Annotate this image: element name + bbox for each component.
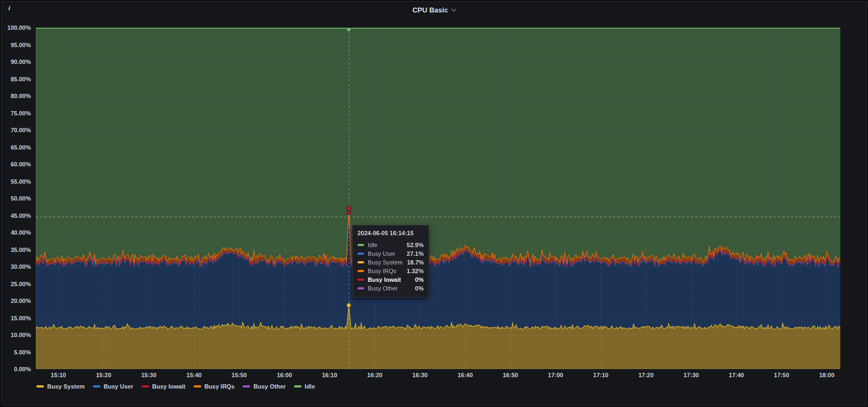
tooltip-series-value: 18.7% [407,259,424,266]
y-axis-label: 95.00% [11,42,31,48]
tooltip-series-label: Idle [368,242,403,248]
tooltip-series-value: 0% [415,285,424,292]
series-marker-busy-irqs [358,270,364,272]
tooltip-series-value: 27.1% [407,250,424,257]
tooltip-series-label: Busy Other [368,285,411,292]
legend-item-busy-user[interactable]: Busy User [93,383,133,390]
legend-marker-busy-iowait [142,385,149,387]
y-axis-label: 15.00% [11,315,31,321]
x-axis-label: 17:30 [684,372,699,378]
plot-area [36,28,840,369]
tooltip-timestamp: 2024-06-05 16:14:15 [358,230,424,236]
y-axis-label: 90.00% [11,59,31,65]
y-axis-label: 45.00% [11,212,31,219]
tooltip-series-label: Busy User [368,250,403,257]
legend-label: Busy System [47,383,85,390]
tooltip-row-busy-user: Busy User27.1% [358,249,424,258]
panel-title: CPU Basic [412,6,448,14]
x-axis-label: 17:20 [639,372,654,378]
tooltip-series-label: Busy Iowait [368,276,411,283]
y-axis-label: 100.00% [8,24,31,31]
x-axis-label: 18:00 [819,372,834,378]
x-axis-label: 16:20 [367,372,382,378]
tooltip-row-busy-irqs: Busy IRQs1.32% [358,267,424,275]
legend-item-busy-iowait[interactable]: Busy Iowait [142,383,186,390]
x-axis-label: 17:50 [774,372,789,378]
page: { "panel": { "title": "CPU Basic", "info… [0,0,868,407]
y-axis: 0.00%5.00%10.00%15.00%20.00%25.00%30.00%… [2,28,33,369]
legend: Busy SystemBusy UserBusy IowaitBusy IRQs… [36,382,315,391]
x-axis-label: 17:40 [729,372,744,378]
y-axis-label: 10.00% [11,332,31,338]
y-axis-label: 50.00% [11,195,31,202]
y-axis-label: 0.00% [14,366,31,372]
tooltip-row-idle: Idle52.9% [358,241,424,249]
x-axis-label: 15:50 [232,372,247,378]
x-axis-label: 17:00 [548,372,563,378]
x-axis-label: 15:10 [51,372,66,378]
legend-label: Busy User [104,383,133,390]
x-axis-label: 16:00 [277,372,292,378]
cpu-basic-panel: i CPU Basic 0.00%5.00%10.00%15.00%20.00%… [1,1,867,406]
series-marker-busy-system [358,261,364,263]
y-axis-label: 80.00% [11,93,31,99]
y-axis-label: 65.00% [11,144,31,151]
legend-marker-busy-irqs [194,385,201,387]
series-marker-busy-other [358,287,364,289]
y-axis-label: 85.00% [11,76,31,82]
x-axis: 15:1015:2015:3015:4015:5016:0016:1016:20… [36,372,840,380]
x-axis-label: 16:50 [503,372,518,378]
y-axis-label: 35.00% [11,247,31,253]
series-marker-busy-iowait [358,279,364,281]
info-icon: i [8,5,10,11]
y-axis-label: 30.00% [11,263,31,270]
x-axis-label: 16:10 [322,372,337,378]
legend-item-busy-system[interactable]: Busy System [36,383,85,390]
y-axis-label: 20.00% [11,298,31,304]
y-axis-label: 70.00% [11,127,31,133]
x-axis-label: 16:40 [457,372,473,378]
tooltip-row-busy-system: Busy System18.7% [358,258,424,267]
legend-marker-idle [294,385,302,387]
chart-tooltip: 2024-06-05 16:14:15 Idle52.9%Busy User27… [352,225,429,298]
chevron-down-icon [451,6,456,11]
y-axis-label: 25.00% [11,281,31,287]
tooltip-row-busy-iowait: Busy Iowait0% [358,275,424,284]
legend-marker-busy-system [36,385,44,387]
legend-item-busy-other[interactable]: Busy Other [242,383,285,390]
tooltip-series-label: Busy IRQs [368,268,403,274]
legend-label: Busy Other [253,383,285,390]
legend-label: Busy Iowait [152,383,186,390]
y-axis-label: 5.00% [14,349,31,356]
legend-label: Idle [305,383,315,390]
tooltip-rows: Idle52.9%Busy User27.1%Busy System18.7%B… [358,241,424,293]
panel-header[interactable]: CPU Basic [2,2,866,18]
legend-item-idle[interactable]: Idle [294,383,315,390]
y-axis-label: 55.00% [11,178,31,185]
y-axis-label: 40.00% [11,229,31,236]
tooltip-series-label: Busy System [368,259,403,266]
tooltip-series-value: 0% [415,276,424,283]
chart-canvas[interactable] [36,28,840,369]
x-axis-label: 15:40 [187,372,202,378]
series-marker-busy-user [358,253,364,255]
x-axis-label: 15:20 [96,372,111,378]
panel-info-icon[interactable]: i [5,4,13,12]
legend-item-busy-irqs[interactable]: Busy IRQs [194,383,235,390]
x-axis-label: 15:30 [141,372,156,378]
legend-label: Busy IRQs [205,383,235,390]
x-axis-label: 16:30 [412,372,427,378]
y-axis-label: 75.00% [11,110,31,117]
legend-marker-busy-other [242,385,250,387]
tooltip-series-value: 52.9% [407,242,424,248]
tooltip-series-value: 1.32% [407,268,424,274]
legend-marker-busy-user [93,385,100,387]
x-axis-label: 17:10 [593,372,608,378]
tooltip-row-busy-other: Busy Other0% [358,284,424,293]
series-marker-idle [358,244,364,246]
y-axis-label: 60.00% [11,161,31,167]
